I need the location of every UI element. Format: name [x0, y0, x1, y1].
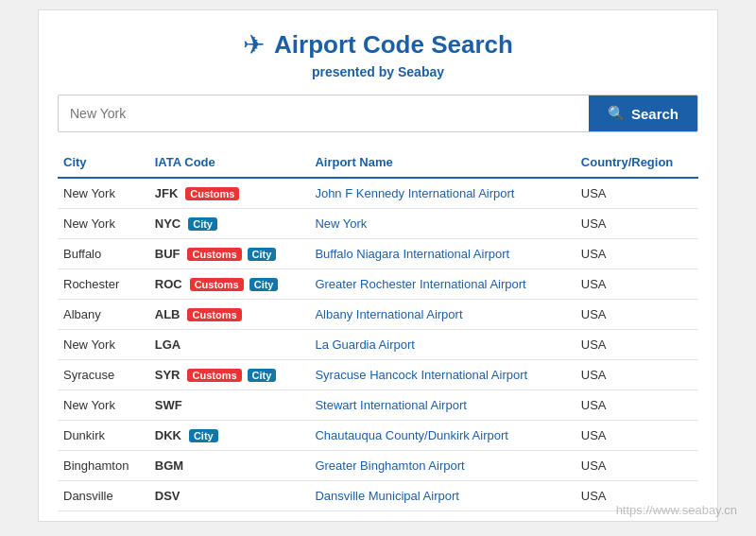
cell-airport[interactable]: Albany International Airport: [309, 300, 575, 330]
search-button[interactable]: 🔍 Search: [589, 95, 697, 131]
cell-airport[interactable]: Buffalo Niagara International Airport: [309, 239, 575, 269]
airport-link[interactable]: Greater Rochester International Airport: [315, 277, 525, 291]
cell-country: USA: [576, 421, 698, 451]
airport-link[interactable]: New York: [315, 216, 367, 231]
cell-iata: BGM: [149, 451, 310, 481]
cell-airport[interactable]: Chautauqua County/Dunkirk Airport: [309, 421, 575, 451]
iata-code: LGA: [155, 337, 180, 352]
search-bar: 🔍 Search: [58, 95, 698, 132]
cell-country: USA: [576, 239, 698, 269]
page-title: Airport Code Search: [274, 30, 513, 60]
cell-city: Rochester: [58, 269, 149, 300]
cell-country: USA: [576, 360, 698, 390]
table-row: New YorkLGALa Guardia AirportUSA: [58, 330, 698, 360]
cell-city: Buffalo: [58, 239, 149, 269]
city-badge: City: [248, 369, 277, 382]
city-badge: City: [249, 278, 279, 291]
cell-airport[interactable]: Greater Rochester International Airport: [309, 269, 575, 300]
cell-city: Dunkirk: [58, 421, 149, 451]
cell-iata: SYRCustomsCity: [149, 360, 310, 390]
customs-badge: Customs: [185, 187, 239, 200]
airport-link[interactable]: John F Kennedy International Airport: [315, 186, 514, 200]
table-row: SyracuseSYRCustomsCitySyracuse Hancock I…: [58, 360, 698, 390]
customs-badge: Customs: [187, 369, 241, 382]
table-row: New YorkNYCCityNew YorkUSA: [58, 209, 698, 239]
customs-badge: Customs: [187, 248, 241, 261]
cell-airport[interactable]: Greater Binghamton Airport: [309, 451, 575, 481]
cell-country: USA: [576, 390, 698, 421]
search-icon: 🔍: [608, 105, 626, 122]
cell-country: USA: [576, 481, 698, 511]
plane-icon: ✈: [243, 29, 265, 61]
city-badge: City: [248, 248, 277, 261]
cell-airport[interactable]: John F Kennedy International Airport: [309, 178, 575, 209]
cell-iata: LGA: [149, 330, 310, 360]
iata-code: BGM: [155, 458, 183, 473]
cell-city: New York: [58, 178, 149, 209]
iata-code: DSV: [155, 489, 180, 503]
airport-link[interactable]: Chautauqua County/Dunkirk Airport: [315, 428, 508, 442]
customs-badge: Customs: [187, 308, 241, 321]
cell-country: USA: [576, 451, 698, 481]
table-row: New YorkJFKCustomsJohn F Kennedy Interna…: [58, 178, 698, 209]
cell-iata: JFKCustoms: [149, 178, 310, 209]
cell-city: Syracuse: [58, 360, 149, 390]
col-country: Country/Region: [576, 147, 698, 178]
table-row: DunkirkDKKCityChautauqua County/Dunkirk …: [58, 421, 698, 451]
table-header-row: City IATA Code Airport Name Country/Regi…: [58, 147, 698, 178]
cell-iata: SWF: [149, 390, 310, 421]
cell-iata: ROCCustomsCity: [149, 269, 310, 300]
table-row: DansvilleDSVDansville Municipal AirportU…: [58, 481, 698, 511]
cell-iata: BUFCustomsCity: [149, 239, 310, 269]
cell-iata: DSV: [149, 481, 310, 511]
title-row: ✈ Airport Code Search: [58, 29, 698, 61]
cell-airport[interactable]: La Guardia Airport: [309, 330, 575, 360]
search-button-label: Search: [631, 106, 679, 122]
header: ✈ Airport Code Search presented by Seaba…: [58, 29, 698, 79]
airport-link[interactable]: Dansville Municipal Airport: [315, 489, 458, 503]
airport-link[interactable]: Stewart International Airport: [315, 398, 466, 412]
table-row: New YorkSWFStewart International Airport…: [58, 390, 698, 421]
airport-link[interactable]: Greater Binghamton Airport: [315, 458, 464, 473]
airport-link[interactable]: Syracuse Hancock International Airport: [315, 368, 527, 382]
cell-city: New York: [58, 330, 149, 360]
city-badge: City: [188, 217, 217, 231]
cell-country: USA: [576, 330, 698, 360]
cell-city: Dansville: [58, 481, 149, 511]
cell-country: USA: [576, 300, 698, 330]
subtitle: presented by Seabay: [58, 64, 698, 79]
cell-airport[interactable]: Syracuse Hancock International Airport: [309, 360, 575, 390]
cell-airport[interactable]: New York: [309, 209, 575, 239]
col-city: City: [58, 147, 149, 178]
subtitle-text: presented by: [312, 64, 398, 79]
results-table: City IATA Code Airport Name Country/Regi…: [58, 147, 698, 511]
cell-iata: DKKCity: [149, 421, 310, 451]
cell-airport[interactable]: Stewart International Airport: [309, 390, 575, 421]
cell-city: Binghamton: [58, 451, 149, 481]
airport-link[interactable]: Buffalo Niagara International Airport: [315, 247, 509, 261]
iata-code: NYC: [155, 216, 180, 231]
table-row: AlbanyALBCustomsAlbany International Air…: [58, 300, 698, 330]
col-airport: Airport Name: [309, 147, 575, 178]
iata-code: SWF: [155, 398, 182, 412]
cell-country: USA: [576, 178, 698, 209]
city-badge: City: [189, 429, 218, 442]
iata-code: DKK: [155, 428, 181, 442]
airport-link[interactable]: La Guardia Airport: [315, 337, 415, 352]
cell-country: USA: [576, 269, 698, 300]
table-row: BinghamtonBGMGreater Binghamton AirportU…: [58, 451, 698, 481]
cell-airport[interactable]: Dansville Municipal Airport: [309, 481, 575, 511]
col-iata: IATA Code: [149, 147, 310, 178]
iata-code: SYR: [155, 368, 180, 382]
main-container: ✈ Airport Code Search presented by Seaba…: [38, 9, 718, 522]
cell-city: Albany: [58, 300, 149, 330]
subtitle-brand: Seabay: [398, 64, 444, 79]
iata-code: BUF: [155, 247, 180, 261]
iata-code: JFK: [155, 186, 179, 200]
cell-country: USA: [576, 209, 698, 239]
search-input[interactable]: [59, 95, 589, 131]
iata-code: ALB: [155, 307, 180, 321]
airport-link[interactable]: Albany International Airport: [315, 307, 462, 321]
cell-iata: NYCCity: [149, 209, 310, 239]
cell-city: New York: [58, 390, 149, 421]
